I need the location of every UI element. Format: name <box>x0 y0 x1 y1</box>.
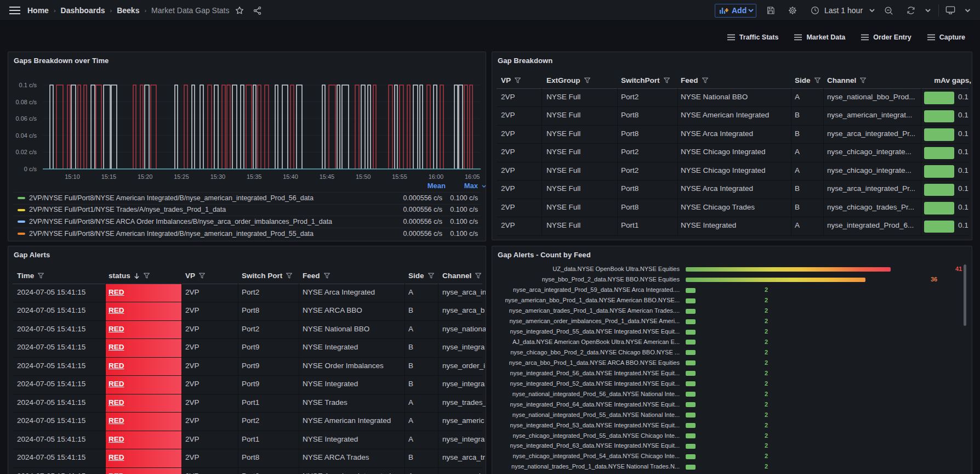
svg-text:15:40: 15:40 <box>283 173 298 180</box>
svg-text:0.1 c/s: 0.1 c/s <box>19 82 37 88</box>
svg-text:15:25: 15:25 <box>174 173 189 180</box>
svg-text:0.04 c/s: 0.04 c/s <box>15 132 37 139</box>
svg-text:0.08 c/s: 0.08 c/s <box>15 99 37 105</box>
svg-text:15:45: 15:45 <box>320 173 335 180</box>
svg-text:15:35: 15:35 <box>247 173 262 180</box>
svg-text:15:30: 15:30 <box>210 173 226 180</box>
svg-text:16:05: 16:05 <box>465 173 480 180</box>
svg-text:0.02 c/s: 0.02 c/s <box>15 149 37 155</box>
svg-text:0.06 c/s: 0.06 c/s <box>15 115 37 122</box>
svg-text:0 c/s: 0 c/s <box>24 166 37 172</box>
svg-text:15:55: 15:55 <box>392 173 407 180</box>
svg-text:15:20: 15:20 <box>138 173 153 180</box>
svg-text:16:00: 16:00 <box>429 173 444 180</box>
svg-text:15:10: 15:10 <box>65 173 80 180</box>
svg-text:15:50: 15:50 <box>356 173 371 180</box>
svg-text:15:15: 15:15 <box>101 173 117 180</box>
